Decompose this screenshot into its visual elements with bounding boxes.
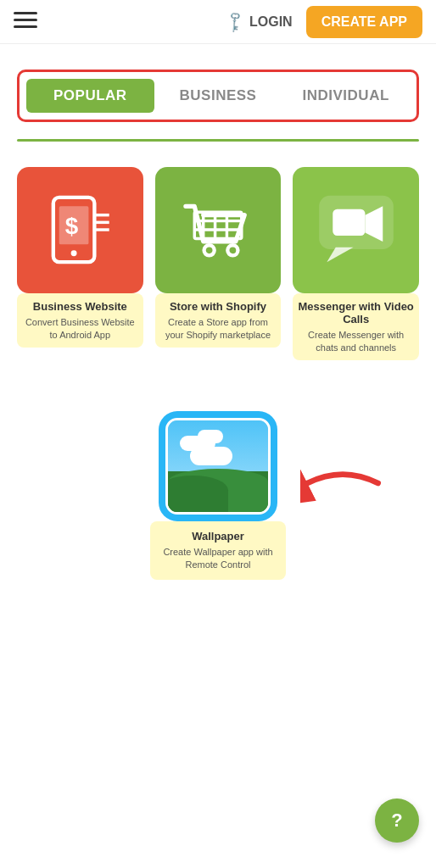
card-info-business-website: Business Website Convert Business Websit… (17, 293, 143, 348)
cart-icon (174, 186, 262, 274)
hamburger-menu[interactable] (14, 12, 37, 28)
card-desc-store-shopify: Create a Store app from your Shopify mar… (160, 316, 277, 342)
help-icon: ? (391, 810, 402, 832)
svg-text:$: $ (65, 214, 79, 240)
card-messenger-video[interactable]: Messenger with Video Calls Create Messen… (293, 167, 419, 360)
card-desc-messenger-video: Create Messenger with chats and channels (298, 329, 414, 354)
svg-rect-16 (333, 209, 365, 236)
card-business-website[interactable]: $ Business Website Convert Business Webs… (17, 167, 143, 360)
svg-point-13 (204, 246, 215, 256)
tab-business[interactable]: BUSINESS (154, 79, 282, 113)
create-app-button[interactable]: CREATE APP (306, 6, 422, 38)
card-title-store-shopify: Store with Shopify (160, 300, 277, 313)
red-arrow-icon (300, 458, 385, 509)
video-chat-icon (312, 186, 400, 274)
tab-individual[interactable]: INDIVIDUAL (282, 79, 410, 113)
cards-grid: $ Business Website Convert Business Webs… (0, 142, 436, 377)
card-icon-business-website: $ (17, 167, 143, 293)
header: 🗝️ LOGIN CREATE APP (0, 0, 436, 44)
wallpaper-scene (165, 418, 271, 515)
wallpaper-card-desc: Create Wallpaper app with Remote Control (157, 546, 279, 571)
tab-section: POPULAR BUSINESS INDIVIDUAL (17, 70, 419, 122)
card-title-business-website: Business Website (22, 300, 138, 313)
phone-money-icon: $ (36, 186, 124, 274)
wallpaper-card-title: Wallpaper (157, 530, 279, 542)
login-button[interactable]: 🗝️ LOGIN (226, 13, 293, 31)
card-desc-business-website: Convert Business Website to Android App (22, 316, 138, 342)
bottom-section: Wallpaper Create Wallpaper app with Remo… (0, 411, 436, 580)
card-info-store-shopify: Store with Shopify Create a Store app fr… (155, 293, 282, 348)
key-icon: 🗝️ (221, 8, 248, 35)
card-icon-store-shopify (155, 167, 282, 293)
help-button[interactable]: ? (375, 798, 419, 843)
arrow-indicator (300, 458, 385, 512)
wallpaper-icon[interactable] (159, 411, 277, 521)
card-title-messenger-video: Messenger with Video Calls (298, 300, 414, 326)
card-icon-messenger-video (293, 167, 419, 293)
wallpaper-card-info: Wallpaper Create Wallpaper app with Remo… (150, 521, 286, 580)
card-store-shopify[interactable]: Store with Shopify Create a Store app fr… (155, 167, 282, 360)
login-label: LOGIN (249, 14, 293, 30)
tab-popular[interactable]: POPULAR (26, 79, 154, 113)
svg-point-2 (71, 251, 77, 257)
card-info-messenger-video: Messenger with Video Calls Create Messen… (293, 293, 419, 361)
svg-point-14 (227, 246, 238, 256)
